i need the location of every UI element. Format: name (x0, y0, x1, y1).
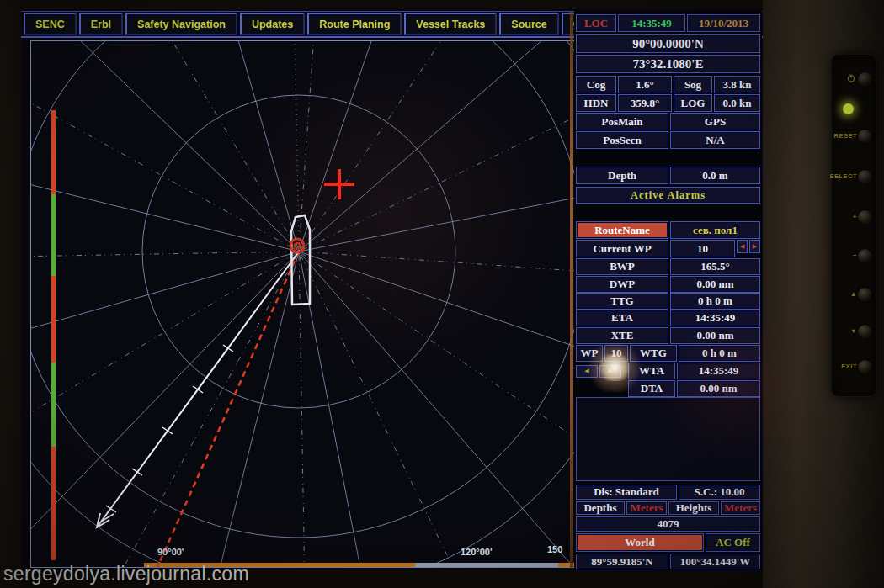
log-value: 0.0 kn (714, 94, 760, 112)
up-arrow-icon: ▲ (850, 290, 857, 298)
possecn-label: PosSecn (576, 131, 668, 149)
depth-label: Depth (576, 167, 668, 184)
label-90deg: 90°00' (157, 547, 184, 557)
down-button[interactable] (857, 324, 873, 340)
sog-value: 3.8 kn (714, 76, 760, 93)
depths-label: Depths (576, 501, 625, 515)
cursor-longitude: 100°34.1449'W (670, 554, 760, 569)
routename-value: сев. пол1 (670, 221, 760, 239)
plus-button[interactable] (857, 209, 873, 225)
wp-next-button[interactable]: ▶ (599, 365, 621, 378)
ttg-label: TTG (576, 293, 668, 310)
polar-chart-svg: 90°00' 120°00' 150 (31, 41, 574, 567)
exit-button[interactable] (857, 359, 873, 375)
display-mode[interactable]: Dis: Standard (576, 485, 677, 500)
dwp-label: DWP (576, 276, 668, 293)
depth-value: 0.0 m (670, 167, 760, 184)
cog-value: 1.6° (618, 76, 672, 93)
wp-spacer (576, 380, 626, 397)
menu-item-updates[interactable]: Updates (240, 13, 305, 35)
eta-value: 14:35:49 (670, 310, 760, 326)
left-scale-bar (51, 110, 56, 560)
loc-indicator: LOC (576, 14, 616, 32)
panel-divider (570, 12, 573, 569)
power-button[interactable] (857, 72, 873, 87)
current-wp-value: 10 (670, 240, 735, 257)
photo-root: SENC Erbl Safety Navigation Updates Rout… (0, 0, 884, 588)
world-button[interactable]: World (576, 533, 704, 552)
wta-value: 14:35:49 (677, 363, 760, 379)
power-icon (847, 74, 855, 82)
menu-item-senc[interactable]: SENC (24, 13, 77, 35)
wp-decrement-button[interactable]: ◀ (737, 240, 748, 253)
wp-spinner-area: ◀ ▶ (576, 363, 626, 379)
menu-item-erbl[interactable]: Erbl (79, 13, 123, 35)
wp-label: WP (576, 345, 603, 362)
reset-label: RESET (833, 132, 857, 140)
clock-date: 19/10/2013 (687, 14, 760, 32)
bwp-value: 165.5° (670, 258, 760, 275)
up-button[interactable] (857, 287, 873, 303)
dwp-value: 0.00 nm (670, 276, 760, 293)
active-alarms-bar[interactable]: Active Alarms (576, 187, 760, 204)
cursor-latitude: 89°59.9185'N (576, 554, 668, 569)
minus-button[interactable] (857, 248, 873, 264)
select-label: SELECT (829, 172, 857, 180)
clock-time: 14:35:49 (618, 14, 685, 32)
menu-item-safety-navigation[interactable]: Safety Navigation (125, 13, 237, 35)
bwp-label: BWP (576, 258, 668, 275)
cog-label: Cog (576, 76, 616, 93)
reset-button[interactable] (857, 129, 873, 145)
own-longitude: 73°32.1080'E (576, 55, 760, 73)
label-150deg: 150 (547, 544, 562, 554)
possecn-value: N/A (670, 131, 760, 149)
wp-number: 10 (604, 345, 628, 362)
menu-item-vessel-tracks[interactable]: Vessel Tracks (404, 13, 497, 35)
eta-label: ETA (576, 310, 668, 326)
down-arrow-icon: ▼ (850, 327, 857, 335)
log-label: LOG (674, 94, 712, 112)
wtg-label: WTG (630, 345, 677, 362)
dta-label: DTA (628, 380, 675, 397)
sog-label: Sog (674, 76, 712, 93)
posmain-value: GPS (670, 113, 760, 130)
depths-unit: Meters (626, 501, 667, 515)
route-leg-line (157, 252, 299, 567)
ac-toggle[interactable]: AC Off (706, 533, 760, 552)
xte-value: 0.00 nm (670, 327, 760, 344)
heights-label: Heights (668, 501, 719, 515)
empty-info-box (576, 397, 760, 481)
hdn-label: HDN (576, 94, 616, 112)
chart-cell-number: 4079 (576, 516, 760, 532)
wta-label: WTA (628, 363, 675, 379)
own-latitude: 90°00.0000'N (576, 34, 760, 53)
wtg-value: 0 h 0 m (679, 345, 760, 362)
wp-increment-button[interactable]: ▶ (749, 240, 760, 253)
ttg-value: 0 h 0 m (670, 293, 760, 310)
xte-label: XTE (576, 327, 668, 344)
cursor-cross[interactable] (324, 169, 354, 199)
exit-label: EXIT (841, 363, 857, 370)
hdn-value: 359.8° (618, 94, 672, 112)
menu-item-route-planing[interactable]: Route Planing (307, 13, 402, 35)
routename-button[interactable]: RouteName (576, 221, 668, 239)
dta-value: 0.00 nm (677, 380, 760, 397)
menu-item-source[interactable]: Source (499, 13, 558, 35)
select-button[interactable] (857, 169, 873, 185)
cog-vector (97, 252, 299, 527)
chart-area[interactable]: 90°00' 120°00' 150 (30, 40, 575, 568)
heights-unit: Meters (721, 501, 760, 515)
right-data-panel: LOC 14:35:49 19/10/2013 90°00.0000'N 73°… (574, 10, 762, 570)
current-wp-label: Current WP (576, 240, 668, 257)
power-led (843, 103, 854, 114)
posmain-label: PosMain (576, 113, 668, 130)
scale-value[interactable]: S.C.: 10.00 (679, 485, 760, 500)
label-120deg: 120°00' (461, 547, 493, 557)
wp-prev-button[interactable]: ◀ (576, 365, 598, 378)
watermark: sergeydolya.livejournal.com (3, 563, 249, 585)
osd-button-panel: RESET SELECT + − ▲ ▼ EXIT (831, 54, 876, 397)
longitude-labels: 90°00' 120°00' 150 (157, 544, 562, 557)
